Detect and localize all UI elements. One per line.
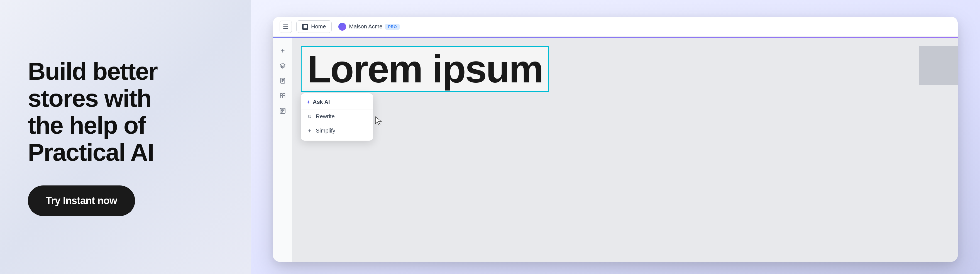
cursor-icon [373, 116, 384, 127]
svg-rect-3 [280, 78, 285, 83]
ask-ai-label: Ask AI [313, 99, 330, 105]
svg-rect-8 [283, 94, 285, 96]
home-tab-label: Home [311, 23, 326, 30]
home-tab[interactable]: Home [296, 20, 332, 33]
left-section: Build better stores with the help of Pra… [0, 0, 251, 274]
pro-badge: PRO [385, 24, 399, 30]
headline: Build better stores with the help of Pra… [28, 58, 223, 166]
gray-placeholder-block [919, 46, 958, 85]
canvas-content: Lorem ipsum [301, 46, 958, 92]
ask-ai-icon: ✦ [306, 99, 310, 105]
svg-rect-10 [283, 96, 285, 98]
sidebar-pages-button[interactable] [276, 74, 289, 87]
workspace-badge: Maison Acme PRO [338, 23, 399, 30]
hamburger-button[interactable] [280, 21, 292, 33]
sidebar [273, 38, 293, 262]
cta-button[interactable]: Try Instant now [28, 185, 135, 216]
layers-icon [280, 63, 286, 69]
hamburger-line [283, 29, 288, 29]
workspace-avatar [338, 23, 346, 30]
rewrite-menu-item[interactable]: ↻ Rewrite [301, 110, 373, 124]
svg-rect-13 [283, 110, 284, 111]
ask-ai-header[interactable]: ✦ Ask AI [301, 96, 373, 110]
sidebar-assets-button[interactable] [276, 104, 289, 117]
hamburger-line [283, 24, 288, 25]
svg-rect-12 [281, 110, 282, 111]
document-icon [280, 78, 286, 84]
headline-line1: Build better stores with [28, 57, 158, 112]
mockup-topbar: Home Maison Acme PRO [273, 17, 958, 37]
ai-popup: ✦ Ask AI ↻ Rewrite ✦ Simplify [301, 93, 373, 141]
sidebar-add-button[interactable] [276, 44, 289, 57]
mockup-body: Lorem ipsum ✦ Ask AI ↻ Rewrite ✦ Simplif… [273, 38, 958, 262]
headline-line2: the help of Practical AI [28, 112, 154, 166]
svg-rect-11 [280, 108, 285, 113]
rewrite-label: Rewrite [316, 113, 335, 120]
home-tab-icon [302, 24, 308, 30]
ui-mockup: Home Maison Acme PRO [273, 17, 958, 262]
cursor-svg [373, 116, 384, 127]
workspace-name: Maison Acme [349, 23, 382, 30]
lorem-ipsum-text: Lorem ipsum [301, 46, 549, 92]
svg-rect-9 [280, 96, 282, 98]
hamburger-line [283, 27, 288, 27]
sidebar-layers-button[interactable] [276, 59, 289, 72]
rewrite-icon: ↻ [306, 114, 312, 120]
sidebar-components-button[interactable] [276, 89, 289, 102]
right-section: Home Maison Acme PRO [251, 0, 980, 274]
plus-icon [280, 48, 286, 54]
simplify-menu-item[interactable]: ✦ Simplify [301, 124, 373, 138]
components-icon [280, 93, 286, 99]
svg-rect-7 [280, 94, 282, 96]
simplify-icon: ✦ [306, 128, 312, 134]
svg-rect-14 [281, 111, 282, 113]
assets-icon [280, 108, 286, 114]
simplify-label: Simplify [316, 127, 335, 134]
canvas-area: Lorem ipsum ✦ Ask AI ↻ Rewrite ✦ Simplif… [293, 38, 958, 262]
